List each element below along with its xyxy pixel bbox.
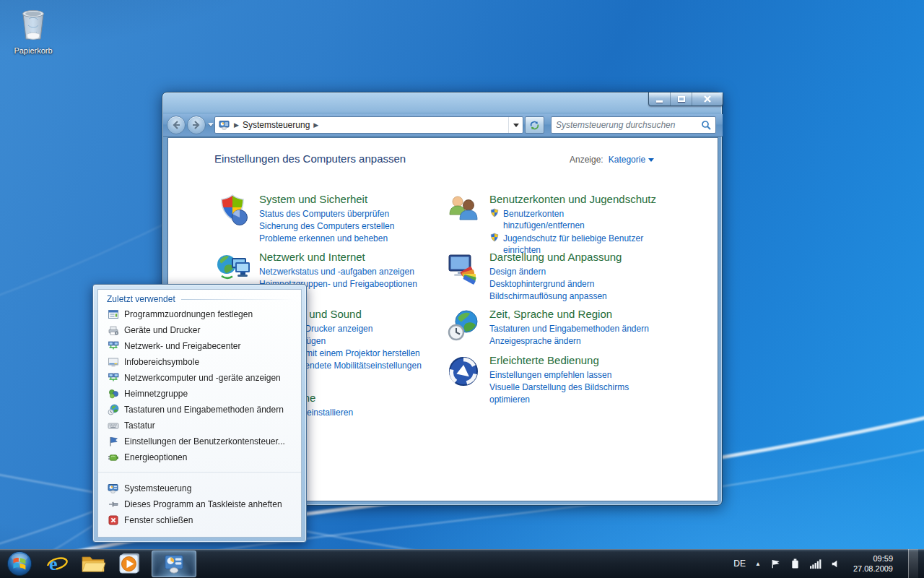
input-methods-icon [108, 404, 119, 415]
jump-list-item[interactable]: Energieoptionen [98, 449, 301, 465]
keyboard-icon [108, 420, 119, 431]
devices-printers-icon [108, 324, 119, 336]
network-center-icon [108, 340, 119, 352]
taskbar: e DE ▲ [0, 549, 924, 578]
jump-list-item[interactable]: Infobereichsymbole [98, 354, 301, 370]
task-link[interactable]: Visuelle Darstellung des Bildschirms opt… [489, 381, 666, 406]
svg-text:e: e [49, 553, 58, 574]
back-button[interactable] [167, 116, 186, 134]
view-by-dropdown[interactable]: Kategorie [609, 155, 654, 165]
jump-list-item[interactable]: Geräte und Drucker [98, 322, 301, 338]
breadcrumb-arrow-icon[interactable]: ▶ [313, 121, 318, 129]
jump-list-item[interactable]: Netzwerkcomputer und -geräte anzeigen [98, 370, 301, 386]
address-dropdown-button[interactable] [508, 117, 523, 133]
caption-buttons [648, 92, 723, 106]
control-panel-icon [163, 553, 185, 574]
notification-area-icon [108, 356, 119, 368]
category-title[interactable]: Netzwerk und Internet [259, 251, 365, 263]
taskbar-internet-explorer[interactable]: e [39, 549, 75, 578]
clock-date: 27.08.2009 [853, 564, 893, 574]
address-bar[interactable]: ▶ Systemsteuerung ▶ [214, 116, 523, 134]
users-icon[interactable] [446, 193, 481, 228]
action-center-flag-icon[interactable] [770, 558, 781, 569]
task-link[interactable]: Tastaturen und Eingabemethoden ändern [489, 323, 649, 335]
volume-icon[interactable] [831, 558, 841, 569]
jump-list-item[interactable]: Heimnetzgruppe [98, 386, 301, 402]
battery-icon[interactable] [790, 558, 800, 569]
uac-flag-icon [108, 436, 119, 447]
taskbar-media-player[interactable] [111, 549, 147, 578]
jump-list-action-pin[interactable]: Dieses Programm an Taskleiste anheften [98, 496, 301, 512]
task-link[interactable]: Anzeigesprache ändern [489, 335, 649, 348]
task-link[interactable]: Probleme erkennen und beheben [259, 233, 394, 245]
task-link[interactable]: Sicherung des Computers erstellen [259, 220, 394, 233]
clock-time: 09:59 [853, 553, 893, 564]
refresh-button[interactable] [525, 116, 544, 134]
task-link[interactable]: Status des Computers überprüfen [259, 208, 394, 220]
task-link[interactable]: Benutzerkonten hinzufügen/entfernen [503, 208, 645, 231]
close-button[interactable] [692, 92, 723, 105]
refresh-icon [529, 120, 540, 131]
show-desktop-button[interactable] [908, 549, 918, 578]
category-title[interactable]: System und Sicherheit [259, 193, 367, 205]
search-icon[interactable] [701, 120, 711, 130]
globe-clock-icon[interactable] [446, 308, 481, 342]
control-panel-small-icon [219, 119, 230, 131]
network-signal-icon[interactable] [809, 558, 821, 569]
recent-pages-dropdown[interactable] [208, 123, 214, 126]
taskbar-control-panel-active[interactable] [152, 551, 196, 577]
chevron-down-icon [648, 158, 654, 162]
jump-list-item[interactable]: Netzwerk- und Freigabecenter [98, 338, 301, 354]
task-link[interactable]: Desktophintergrund ändern [489, 278, 622, 290]
control-panel-small-icon [108, 483, 119, 494]
language-indicator[interactable]: DE [733, 558, 746, 569]
folder-icon [81, 553, 105, 574]
minimize-icon [656, 100, 663, 103]
clock[interactable]: 09:59 27.08.2009 [850, 553, 896, 574]
close-icon [703, 95, 712, 103]
category-title[interactable]: Erleichterte Bedienung [489, 354, 599, 366]
breadcrumb-root[interactable]: Systemsteuerung [243, 120, 310, 130]
search-box [551, 116, 716, 134]
page-title: Einstellungen des Computers anpassen [214, 152, 406, 165]
category-title[interactable]: Darstellung und Anpassung [489, 251, 622, 263]
jump-list-separator [98, 472, 301, 473]
ease-of-access-icon[interactable] [446, 354, 481, 389]
jump-list-item[interactable]: Einstellungen der Benutzerkontensteuer..… [98, 434, 301, 449]
category-title[interactable]: Zeit, Sprache und Region [489, 308, 612, 320]
taskbar-jump-list: Zuletzt verwendet Programmzuordnungen fe… [92, 284, 307, 543]
header-rule [181, 299, 294, 300]
recycle-bin-icon [16, 6, 51, 42]
shield-pie-icon[interactable] [216, 193, 250, 228]
task-link[interactable]: Design ändern [489, 266, 622, 278]
search-input[interactable] [552, 120, 701, 130]
show-hidden-icons-button[interactable]: ▲ [755, 561, 761, 567]
jump-list-item[interactable]: Tastaturen und Eingabemethoden ändern [98, 402, 301, 418]
maximize-button[interactable] [671, 92, 692, 105]
jump-list-action-close[interactable]: Fenster schließen [98, 512, 301, 528]
task-link[interactable]: Bildschirmauflösung anpassen [489, 290, 622, 303]
homegroup-icon [108, 388, 119, 400]
default-programs-icon [108, 309, 119, 320]
jump-list-action-launch[interactable]: Systemsteuerung [98, 480, 301, 496]
task-link[interactable]: Netzwerkstatus und -aufgaben anzeigen [259, 266, 417, 278]
minimize-button[interactable] [649, 92, 671, 105]
jump-list-item[interactable]: Tastatur [98, 418, 301, 434]
recycle-bin-label: Papierkorb [7, 46, 59, 55]
jump-list-item[interactable]: Programmzuordnungen festlegen [98, 306, 301, 322]
internet-explorer-icon: e [45, 552, 69, 575]
uac-shield-icon [489, 233, 500, 243]
taskbar-windows-explorer[interactable] [75, 549, 111, 578]
pin-icon [108, 499, 119, 510]
recycle-bin[interactable]: Papierkorb [7, 6, 59, 55]
forward-button[interactable] [187, 116, 206, 134]
power-options-icon [108, 452, 119, 463]
network-computers-icon [108, 372, 119, 384]
windows-start-icon [6, 550, 33, 577]
monitor-palette-icon[interactable] [446, 251, 481, 285]
task-link[interactable]: Einstellungen empfehlen lassen [489, 369, 666, 381]
system-tray: DE ▲ 09:59 27.08.2009 [733, 549, 924, 578]
globe-monitors-icon[interactable] [216, 251, 250, 285]
category-title[interactable]: Benutzerkonten und Jugendschutz [489, 193, 656, 205]
start-button[interactable] [0, 549, 39, 578]
